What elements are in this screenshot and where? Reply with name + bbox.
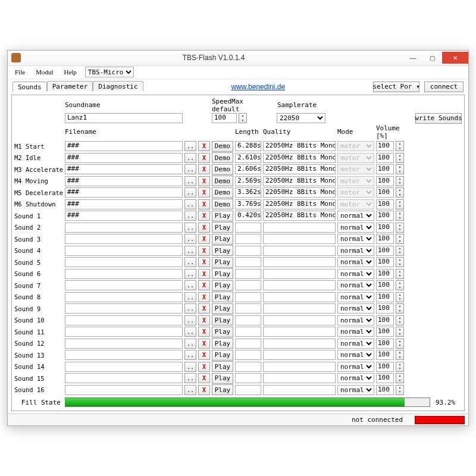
browse-button[interactable]: .. bbox=[184, 303, 196, 314]
clear-button[interactable]: X bbox=[198, 211, 210, 221]
volume-input[interactable]: 100 bbox=[376, 327, 394, 337]
play-button[interactable]: Play bbox=[212, 245, 233, 256]
clear-button[interactable]: X bbox=[198, 269, 210, 279]
volume-spinner[interactable]: ▲▼ bbox=[396, 223, 404, 233]
volume-spinner[interactable]: ▲▼ bbox=[396, 164, 404, 174]
volume-spinner[interactable]: ▲▼ bbox=[396, 315, 404, 325]
connect-button[interactable]: connect bbox=[424, 82, 464, 92]
filename-input[interactable]: ### bbox=[65, 164, 183, 174]
mode-select[interactable]: normal bbox=[337, 211, 374, 221]
filename-input[interactable] bbox=[65, 339, 183, 349]
website-link[interactable]: www.benedini.de bbox=[143, 83, 373, 91]
volume-spinner[interactable]: ▲▼ bbox=[396, 176, 404, 186]
browse-button[interactable]: .. bbox=[184, 176, 196, 186]
volume-spinner[interactable]: ▲▼ bbox=[396, 153, 404, 163]
volume-spinner[interactable]: ▲▼ bbox=[396, 280, 404, 290]
browse-button[interactable]: .. bbox=[184, 385, 196, 395]
clear-button[interactable]: X bbox=[198, 257, 210, 267]
play-button[interactable]: Play bbox=[212, 373, 233, 384]
clear-button[interactable]: X bbox=[198, 350, 210, 360]
volume-input[interactable]: 100 bbox=[376, 141, 394, 151]
filename-input[interactable] bbox=[65, 315, 183, 325]
browse-button[interactable]: .. bbox=[184, 292, 196, 302]
volume-spinner[interactable]: ▲▼ bbox=[396, 269, 404, 279]
filename-input[interactable] bbox=[65, 292, 183, 302]
volume-input[interactable]: 100 bbox=[376, 292, 394, 302]
demo-button[interactable]: Demo bbox=[212, 187, 233, 198]
clear-button[interactable]: X bbox=[198, 280, 210, 290]
browse-button[interactable]: .. bbox=[184, 211, 196, 221]
play-button[interactable]: Play bbox=[212, 361, 233, 372]
play-button[interactable]: Play bbox=[212, 327, 233, 337]
volume-input[interactable]: 100 bbox=[376, 350, 394, 360]
maximize-button[interactable]: ▢ bbox=[423, 52, 441, 64]
clear-button[interactable]: X bbox=[198, 292, 210, 302]
filename-input[interactable] bbox=[65, 350, 183, 360]
play-button[interactable]: Play bbox=[212, 303, 233, 314]
volume-input[interactable]: 100 bbox=[376, 234, 394, 244]
volume-input[interactable]: 100 bbox=[376, 373, 394, 383]
volume-spinner[interactable]: ▲▼ bbox=[396, 292, 404, 302]
filename-input[interactable]: ### bbox=[65, 176, 183, 186]
mode-select[interactable]: normal bbox=[337, 269, 374, 279]
clear-button[interactable]: X bbox=[198, 246, 210, 256]
demo-button[interactable]: Demo bbox=[212, 141, 233, 152]
volume-spinner[interactable]: ▲▼ bbox=[396, 199, 404, 209]
demo-button[interactable]: Demo bbox=[212, 199, 233, 209]
clear-button[interactable]: X bbox=[198, 234, 210, 244]
volume-input[interactable]: 100 bbox=[376, 315, 394, 325]
browse-button[interactable]: .. bbox=[184, 153, 196, 163]
play-button[interactable]: Play bbox=[212, 338, 233, 349]
mode-select[interactable]: normal bbox=[337, 339, 374, 349]
mode-select[interactable]: normal bbox=[337, 223, 374, 233]
mode-select[interactable]: normal bbox=[337, 385, 374, 395]
volume-input[interactable]: 100 bbox=[376, 280, 394, 290]
volume-input[interactable]: 100 bbox=[376, 153, 394, 163]
browse-button[interactable]: .. bbox=[184, 141, 196, 151]
minimize-button[interactable]: — bbox=[404, 52, 422, 64]
volume-spinner[interactable]: ▲▼ bbox=[396, 339, 404, 349]
play-button[interactable]: Play bbox=[212, 257, 233, 268]
volume-spinner[interactable]: ▲▼ bbox=[396, 373, 404, 383]
browse-button[interactable]: .. bbox=[184, 362, 196, 372]
volume-input[interactable]: 100 bbox=[376, 257, 394, 267]
browse-button[interactable]: .. bbox=[184, 257, 196, 267]
play-button[interactable]: Play bbox=[212, 280, 233, 291]
clear-button[interactable]: X bbox=[198, 303, 210, 314]
clear-button[interactable]: X bbox=[198, 153, 210, 163]
browse-button[interactable]: .. bbox=[184, 327, 196, 337]
play-button[interactable]: Play bbox=[212, 211, 233, 221]
filename-input[interactable] bbox=[65, 303, 183, 314]
filename-input[interactable]: ### bbox=[65, 187, 183, 198]
play-button[interactable]: Play bbox=[212, 384, 233, 395]
volume-spinner[interactable]: ▲▼ bbox=[396, 211, 404, 221]
menu-help[interactable]: Help bbox=[61, 67, 79, 77]
mode-select[interactable]: normal bbox=[337, 327, 374, 337]
filename-input[interactable] bbox=[65, 385, 183, 395]
volume-spinner[interactable]: ▲▼ bbox=[396, 234, 404, 244]
clear-button[interactable]: X bbox=[198, 164, 210, 174]
browse-button[interactable]: .. bbox=[184, 373, 196, 383]
filename-input[interactable] bbox=[65, 223, 183, 233]
volume-input[interactable]: 100 bbox=[376, 269, 394, 279]
browse-button[interactable]: .. bbox=[184, 164, 196, 174]
mode-select[interactable]: normal bbox=[337, 234, 374, 244]
play-button[interactable]: Play bbox=[212, 268, 233, 279]
volume-spinner[interactable]: ▲▼ bbox=[396, 187, 404, 198]
volume-input[interactable]: 100 bbox=[376, 303, 394, 314]
mode-select[interactable]: normal bbox=[337, 350, 374, 360]
mode-select[interactable]: normal bbox=[337, 315, 374, 325]
clear-button[interactable]: X bbox=[198, 141, 210, 151]
demo-button[interactable]: Demo bbox=[212, 164, 233, 175]
volume-spinner[interactable]: ▲▼ bbox=[396, 350, 404, 360]
mode-select[interactable]: normal bbox=[337, 257, 374, 267]
filename-input[interactable]: ### bbox=[65, 153, 183, 163]
filename-input[interactable]: ### bbox=[65, 199, 183, 209]
volume-input[interactable]: 100 bbox=[376, 211, 394, 221]
play-button[interactable]: Play bbox=[212, 315, 233, 325]
mode-select[interactable]: normal bbox=[337, 373, 374, 383]
demo-button[interactable]: Demo bbox=[212, 176, 233, 186]
filename-input[interactable] bbox=[65, 269, 183, 279]
browse-button[interactable]: .. bbox=[184, 187, 196, 198]
clear-button[interactable]: X bbox=[198, 315, 210, 325]
